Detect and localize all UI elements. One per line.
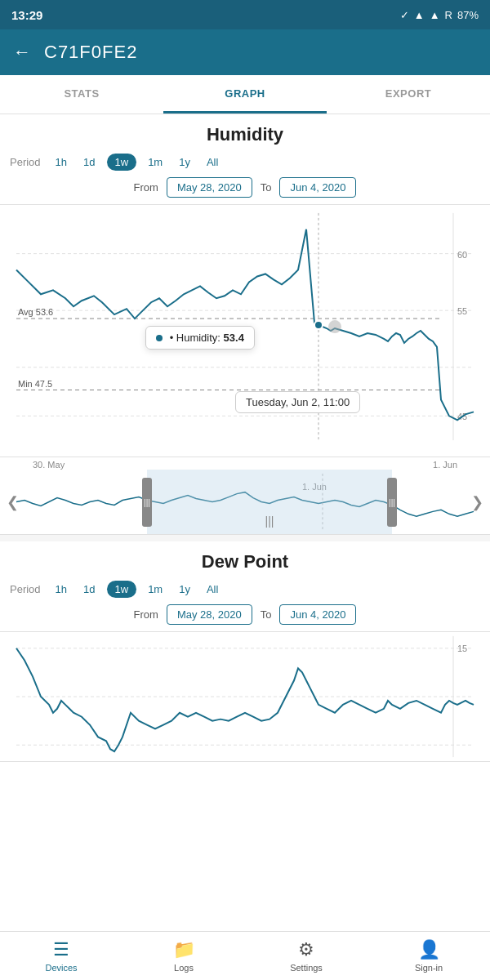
humidity-period-1m[interactable]: 1m — [143, 154, 167, 171]
app-bar: ← C71F0FE2 — [0, 29, 490, 75]
humidity-mini-chart[interactable]: ||| ||| ||| 1. Jun ❮ ❯ — [0, 470, 490, 535]
nav-logs-label: Logs — [174, 963, 194, 973]
status-icons: ✓ ▲ ▲ R 87% — [400, 9, 479, 21]
status-bar: 13:29 ✓ ▲ ▲ R 87% — [0, 0, 490, 29]
humidity-period-all[interactable]: All — [202, 154, 223, 171]
humidity-from-date[interactable]: May 28, 2020 — [167, 177, 252, 198]
tab-stats[interactable]: STATS — [0, 75, 163, 114]
tab-graph[interactable]: GRAPH — [163, 75, 327, 114]
humidity-period-1w[interactable]: 1w — [107, 154, 137, 171]
dewpoint-period-1w[interactable]: 1w — [107, 581, 137, 598]
humidity-datetime-tooltip: Tuesday, Jun 2, 11:00 — [235, 391, 360, 413]
svg-text:55: 55 — [457, 306, 467, 316]
dewpoint-period-1m[interactable]: 1m — [143, 581, 167, 598]
humidity-date-row: From May 28, 2020 To Jun 4, 2020 — [0, 177, 490, 198]
dewpoint-period-1y[interactable]: 1y — [174, 581, 195, 598]
signal-icon: ▲ — [430, 9, 440, 21]
tooltip-value: • Humidity: 53.4 — [170, 332, 244, 344]
humidity-from-label: From — [134, 181, 158, 194]
nav-settings-label: Settings — [290, 963, 323, 973]
humidity-period-1d[interactable]: 1d — [78, 154, 100, 171]
dewpoint-from-label: From — [134, 608, 158, 621]
main-content: Humidity Period 1h 1d 1w 1m 1y All From … — [0, 114, 490, 931]
tab-bar: STATS GRAPH EXPORT — [0, 75, 490, 114]
section-divider — [0, 535, 490, 541]
humidity-title: Humidity — [0, 124, 490, 145]
humidity-period-row: Period 1h 1d 1w 1m 1y All — [0, 154, 490, 171]
humidity-period-1h[interactable]: 1h — [51, 154, 72, 171]
dewpoint-period-1d[interactable]: 1d — [78, 581, 100, 598]
bottom-nav: ☰ Devices 📁 Logs ⚙ Settings 👤 Sign-in — [0, 931, 490, 980]
status-time: 13:29 — [11, 8, 42, 22]
bluetooth-icon: ✓ — [400, 9, 409, 21]
battery-level: 87% — [457, 9, 479, 21]
svg-text:Min 47.5: Min 47.5 — [18, 379, 52, 389]
nav-signin-label: Sign-in — [415, 963, 443, 973]
humidity-to-date[interactable]: Jun 4, 2020 — [279, 177, 356, 198]
svg-text:Avg 53.6: Avg 53.6 — [18, 307, 53, 317]
logs-icon: 📁 — [173, 939, 195, 960]
humidity-section: Humidity Period 1h 1d 1w 1m 1y All From … — [0, 114, 490, 535]
svg-point-13 — [314, 321, 323, 329]
nav-devices-label: Devices — [45, 963, 77, 973]
dewpoint-to-date[interactable]: Jun 4, 2020 — [279, 604, 356, 625]
dewpoint-to-label: To — [261, 608, 272, 621]
svg-point-14 — [328, 320, 341, 333]
tab-export[interactable]: EXPORT — [327, 75, 490, 114]
mini-chart-right-arrow[interactable]: ❯ — [471, 493, 483, 511]
svg-text:15: 15 — [457, 644, 467, 653]
battery-r-icon: R — [445, 9, 452, 21]
dewpoint-chart-svg: 15 — [0, 632, 490, 761]
tooltip-datetime: Tuesday, Jun 2, 11:00 — [246, 396, 350, 408]
nav-signin[interactable]: 👤 Sign-in — [368, 932, 490, 980]
dewpoint-period-label: Period — [10, 583, 41, 595]
dewpoint-period-row: Period 1h 1d 1w 1m 1y All — [0, 581, 490, 598]
nav-logs[interactable]: 📁 Logs — [122, 932, 245, 980]
back-button[interactable]: ← — [13, 42, 31, 63]
dewpoint-from-date[interactable]: May 28, 2020 — [167, 604, 252, 625]
settings-icon: ⚙ — [298, 939, 314, 960]
humidity-period-1y[interactable]: 1y — [174, 154, 195, 171]
app-title: C71F0FE2 — [44, 42, 137, 63]
dewpoint-period-1h[interactable]: 1h — [51, 581, 72, 598]
mini-chart-left-arrow[interactable]: ❮ — [7, 493, 19, 511]
humidity-x-label-2: 1. Jun — [433, 460, 457, 470]
humidity-tooltip: • Humidity: 53.4 — [145, 326, 255, 350]
dewpoint-title: Dew Point — [0, 551, 490, 572]
humidity-period-label: Period — [10, 156, 41, 168]
svg-text:60: 60 — [457, 250, 467, 260]
nav-devices[interactable]: ☰ Devices — [0, 932, 122, 980]
tooltip-dot — [156, 335, 163, 341]
nav-settings[interactable]: ⚙ Settings — [245, 932, 368, 980]
dewpoint-chart[interactable]: 15 — [0, 631, 490, 762]
humidity-to-label: To — [261, 181, 272, 194]
dewpoint-period-all[interactable]: All — [202, 581, 223, 598]
dewpoint-date-row: From May 28, 2020 To Jun 4, 2020 — [0, 604, 490, 625]
humidity-x-label-1: 30. May — [33, 460, 65, 470]
devices-icon: ☰ — [53, 939, 69, 960]
humidity-chart[interactable]: 60 55 45 Avg 53.6 Min 47.5 • Humidit — [0, 204, 490, 457]
wifi-icon: ▲ — [414, 9, 425, 21]
dewpoint-section: Dew Point Period 1h 1d 1w 1m 1y All From… — [0, 541, 490, 762]
signin-icon: 👤 — [418, 939, 440, 960]
